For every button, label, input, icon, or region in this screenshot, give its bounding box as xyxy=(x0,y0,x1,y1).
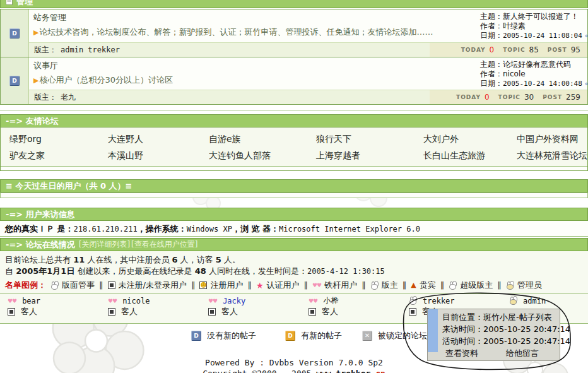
online-total: 11 xyxy=(73,255,85,264)
friend-link[interactable]: 大连林苑滑雪论坛 xyxy=(517,147,587,163)
last-topic-link[interactable]: 新人终于可以报道了！ xyxy=(503,12,579,21)
friend-link[interactable]: 本溪山野 xyxy=(108,147,209,163)
leave-message-link[interactable]: 给他留言 xyxy=(506,348,539,359)
friend-link[interactable]: 自游e族 xyxy=(209,131,316,147)
hearts-icon xyxy=(8,297,16,305)
post-count: 95 xyxy=(571,45,580,54)
section-title: -=> 友情论坛 xyxy=(6,115,59,127)
forum-name-link[interactable]: 站务管理 xyxy=(33,12,480,23)
online-user: Jacky 客人 xyxy=(208,295,309,317)
user-name-link[interactable]: Jacky xyxy=(223,297,245,305)
moderator-link[interactable]: 老九 xyxy=(61,92,76,103)
bunny-admin-icon xyxy=(506,281,514,290)
friend-links-grid: 绿野org 大连野人 自游e族 狼行天下 大刘户外 中国户外资料网 驴友之家 本… xyxy=(1,127,587,166)
user-name-link[interactable]: admin xyxy=(523,297,546,305)
os-value: Windows XP xyxy=(187,225,232,234)
tooltip-location: 目前位置：斑竹小屋-帖子列表 xyxy=(428,311,560,323)
user-name-link[interactable]: bear xyxy=(22,297,40,305)
hearts-icon xyxy=(108,297,117,305)
locked-forum-icon xyxy=(362,331,372,341)
hearts-icon xyxy=(309,297,317,305)
section-title: -=> 论坛在线情况 xyxy=(6,239,75,251)
view-online-position-link[interactable]: [查看在线用户位置] xyxy=(131,239,197,250)
last-post-info: 主题：论坛好像有恶意代码 作者：nicole 日期：2005-10-24 14:… xyxy=(480,57,587,90)
online-status-bar: -=> 论坛在线情况 [关闭详细列表][查看在线用户位置] xyxy=(0,238,588,251)
divider xyxy=(0,293,588,294)
friend-link[interactable]: 大刘户外 xyxy=(423,131,517,147)
status-legend-item: 没有新的帖子 xyxy=(191,330,256,341)
last-author-link[interactable]: 叶绿素 xyxy=(503,21,526,30)
forum-name-link[interactable]: 议事厅 xyxy=(33,60,480,71)
record-count: 48 xyxy=(195,266,206,276)
guest-icon xyxy=(208,308,216,316)
last-author-link[interactable]: nicole xyxy=(503,69,526,78)
last-topic-link[interactable]: 论坛好像有恶意代码 xyxy=(503,60,571,69)
topic-count: 30 xyxy=(524,93,534,102)
bunny-icon xyxy=(50,281,59,290)
forum-row: 议事厅 ▶核心用户（总积分30分以上）讨论区 主题：论坛好像有恶意代码 作者：n… xyxy=(1,57,587,104)
empty-strip xyxy=(1,166,587,170)
registered-user-icon xyxy=(199,281,207,289)
guest-icon xyxy=(108,308,115,316)
online-user: 小桦 客人 xyxy=(309,295,409,317)
friend-forums-section: -=> 友情论坛 绿野org 大连野人 自游e族 狼行天下 大刘户外 中国户外资… xyxy=(0,114,588,171)
birthday-bar: ≡ 今天过生日的用户（共 0 人）≡ xyxy=(0,179,588,192)
guest-icon xyxy=(409,308,416,316)
friend-link[interactable]: 大连钓鱼人部落 xyxy=(209,147,316,163)
user-name-link[interactable]: nicole xyxy=(122,297,150,305)
site-link[interactable]: www.trekker xyxy=(316,369,370,373)
new-posts-icon xyxy=(285,331,295,341)
birthday-title: ≡ 今天过生日的用户（共 0 人）≡ xyxy=(6,181,132,192)
online-members: 6 xyxy=(172,255,178,264)
forum-icon-cell xyxy=(1,57,29,104)
topic-count: 85 xyxy=(529,45,539,54)
today-count: 0 xyxy=(485,93,490,102)
user-name-link[interactable]: 小桦 xyxy=(323,295,338,306)
friend-link[interactable]: 狼行天下 xyxy=(316,131,423,147)
last-post-info: 主题：新人终于可以报道了！ 作者：叶绿素 日期：2005-10-24 11:08… xyxy=(480,9,587,42)
forum-icon-cell xyxy=(1,9,29,57)
guest-icon xyxy=(309,308,316,316)
online-user: bear 客人 xyxy=(8,295,108,317)
bunny-icon xyxy=(409,297,417,305)
moderator-link[interactable]: admin trekker xyxy=(61,45,120,54)
friend-link[interactable]: 大连野人 xyxy=(108,131,209,147)
visitor-info-bar: -=> 用户来访信息 xyxy=(0,208,588,221)
friend-link[interactable]: 上海穿越者 xyxy=(316,147,423,163)
online-guests: 5 xyxy=(216,255,221,264)
collapse-icon[interactable] xyxy=(6,0,13,5)
birthday-empty-row xyxy=(0,192,588,198)
no-new-posts-icon xyxy=(9,76,20,86)
copyright: Copyright ©2000 - 2005 www.trekker.cn xyxy=(0,369,588,373)
friend-link[interactable]: 中国户外资料网 xyxy=(517,131,587,147)
close-detail-list-link[interactable]: [关闭详细列表] xyxy=(79,239,130,250)
online-user: nicole 客人 xyxy=(108,295,208,317)
hearts-icon xyxy=(208,297,217,305)
guest-icon xyxy=(108,281,115,289)
online-record-line: 自 2005年1月1日 创建以来，历史最高在线纪录是 48 人同时在线，发生时间… xyxy=(5,266,588,277)
guest-icon xyxy=(8,308,15,316)
goto-icon[interactable]: « xyxy=(585,80,588,87)
user-info-tooltip: 目前位置：斑竹小屋-帖子列表 来访时间：2005-10-25 20:47:14 … xyxy=(427,309,560,361)
bunny-admin-icon xyxy=(509,297,517,305)
forum-row: 站务管理 ▶论坛技术咨询，论坛制度公布、解答；新驴报到、认证；斑竹申请、管理投诉… xyxy=(1,9,587,57)
section-title: -=> 用户来访信息 xyxy=(6,209,75,220)
friend-link[interactable]: 驴友之家 xyxy=(9,147,108,163)
triangle-icon xyxy=(411,281,416,289)
divider xyxy=(0,110,588,110)
view-profile-link[interactable]: 查看资料 xyxy=(445,348,478,359)
selection-highlight xyxy=(428,309,438,352)
no-new-posts-icon xyxy=(9,28,20,38)
friend-link[interactable]: 长白山生态旅游 xyxy=(423,147,517,163)
no-new-posts-icon xyxy=(191,331,201,341)
star-icon xyxy=(256,281,264,290)
user-name-link[interactable]: trekker xyxy=(423,297,455,305)
goto-icon[interactable]: « xyxy=(585,32,588,39)
forum-description: ▶论坛技术咨询，论坛制度公布、解答；新驴报到、认证；斑竹申请、管理投诉、任免通知… xyxy=(33,27,480,38)
friend-link[interactable]: 绿野org xyxy=(9,131,108,147)
legend-label: 名单图例： xyxy=(5,279,46,292)
moderators-cell: 版主： admin trekker xyxy=(29,43,430,57)
hearts-icon xyxy=(312,281,321,289)
bullet-icon: ▶ xyxy=(33,28,38,37)
post-count: 259 xyxy=(566,93,580,102)
